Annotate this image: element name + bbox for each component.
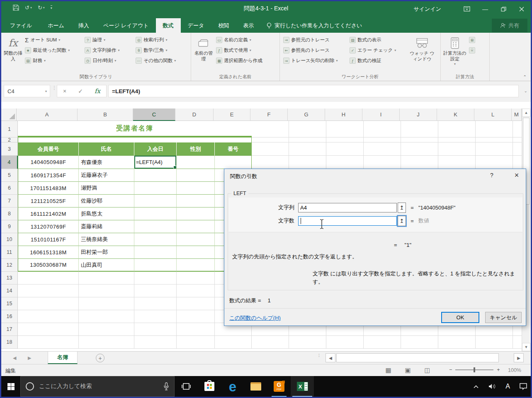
member-name-cell[interactable]: 瀬野満	[79, 182, 134, 195]
cell[interactable]	[401, 156, 438, 169]
member-name-cell[interactable]: 佐藤沙耶	[79, 195, 134, 207]
cell[interactable]	[438, 156, 476, 169]
restore-button[interactable]	[494, 1, 513, 17]
page-layout-view-button[interactable]: ▣	[404, 367, 411, 374]
scroll-right-button[interactable]: ▶	[514, 353, 524, 362]
row-header-6[interactable]: 6	[1, 182, 18, 195]
tell-me-box[interactable]: 実行したい作業を入力してください	[261, 18, 368, 33]
insert-function-button[interactable]: fx 関数の挿入	[3, 34, 23, 62]
cancel-entry-button[interactable]: ×	[63, 88, 66, 94]
scroll-down-button[interactable]: ▼	[522, 343, 530, 351]
row-header-7[interactable]: 7	[1, 195, 18, 207]
ok-button[interactable]: OK	[441, 312, 479, 323]
name-manager-button[interactable]: 名前の管理	[193, 34, 214, 62]
row-header-8[interactable]: 8	[1, 207, 18, 220]
cell[interactable]	[177, 246, 215, 259]
tab-review[interactable]: 校閲	[211, 18, 236, 33]
cell[interactable]	[134, 169, 177, 182]
cell[interactable]	[364, 336, 401, 349]
collapse-dialog-button[interactable]: ↥	[398, 216, 406, 226]
select-all-corner[interactable]	[1, 109, 17, 121]
cell[interactable]	[289, 121, 326, 137]
member-id-cell[interactable]: 1510101167F	[18, 233, 79, 246]
cell[interactable]	[364, 156, 401, 169]
cell[interactable]	[177, 220, 215, 233]
name-box[interactable]: C4 ▾	[4, 85, 50, 97]
sheet-nav-right[interactable]: ▶	[28, 355, 31, 361]
file-explorer-button[interactable]	[244, 376, 267, 397]
column-header-E[interactable]: E	[214, 109, 250, 121]
show-hidden-icons-button[interactable]	[473, 385, 479, 388]
cell[interactable]	[438, 121, 476, 137]
cell[interactable]	[476, 142, 513, 156]
cell[interactable]	[401, 336, 438, 349]
member-id-cell[interactable]: 1609171354F	[18, 169, 79, 182]
text-functions-button[interactable]: A文字列操作▾	[85, 46, 132, 55]
cell[interactable]	[177, 259, 215, 272]
define-name-button[interactable]: ▭名前の定義▾	[216, 36, 275, 44]
logical-button[interactable]: ?論理▾	[85, 36, 132, 44]
row-header-1[interactable]: 1	[1, 121, 18, 137]
row-header-2[interactable]: 2	[1, 137, 18, 142]
cell[interactable]	[177, 195, 215, 207]
member-name-cell[interactable]: 有森優奈	[79, 156, 134, 169]
column-header-I[interactable]: I	[362, 109, 400, 121]
cell[interactable]	[79, 297, 134, 310]
cell[interactable]	[252, 142, 289, 156]
cell[interactable]	[177, 310, 215, 323]
microphone-icon[interactable]	[163, 382, 169, 391]
cell[interactable]	[134, 233, 177, 246]
cell[interactable]	[401, 142, 438, 156]
member-name-cell[interactable]: 田村栄一郎	[79, 246, 134, 259]
horizontal-scroll-thumb[interactable]	[336, 353, 499, 362]
cancel-button[interactable]: キャンセル	[485, 312, 522, 323]
cell[interactable]	[289, 156, 326, 169]
member-id-cell[interactable]: 1312070769F	[18, 220, 79, 233]
trace-dependents-button[interactable]: ⇐参照先のトレース	[283, 46, 346, 55]
function-help-link[interactable]: この関数のヘルプ(H)	[229, 314, 281, 322]
normal-view-button[interactable]: ▦	[385, 367, 392, 374]
cell[interactable]	[177, 297, 215, 310]
recent-functions-button[interactable]: ★最近使った関数▾	[25, 46, 81, 55]
volume-button[interactable]	[488, 383, 496, 390]
row-header-11[interactable]: 11	[1, 246, 18, 259]
cell[interactable]	[79, 285, 134, 297]
tab-page-layout[interactable]: ページ レイアウト	[96, 18, 156, 33]
edge-button[interactable]: e	[221, 376, 244, 397]
cell[interactable]	[177, 323, 215, 336]
cell[interactable]	[79, 323, 134, 336]
cell[interactable]	[18, 285, 79, 297]
cell[interactable]	[134, 310, 177, 323]
task-view-button[interactable]	[175, 376, 198, 397]
cell[interactable]	[18, 336, 79, 349]
cell[interactable]	[476, 137, 513, 142]
cell[interactable]	[134, 246, 177, 259]
cell[interactable]	[326, 156, 364, 169]
cell[interactable]	[364, 137, 401, 142]
column-header-H[interactable]: H	[325, 109, 362, 121]
table-header-会員番号[interactable]: 会員番号	[18, 142, 79, 156]
cell[interactable]	[134, 285, 177, 297]
cell[interactable]	[177, 336, 215, 349]
row-header-14[interactable]: 14	[1, 285, 18, 297]
cell[interactable]	[289, 142, 326, 156]
zoom-level[interactable]: 100%	[508, 367, 521, 373]
cell[interactable]	[401, 121, 438, 137]
member-name-cell[interactable]: 斎藤莉緒	[79, 220, 134, 233]
row-header-10[interactable]: 10	[1, 233, 18, 246]
name-box-dropdown[interactable]: ▾	[42, 89, 50, 93]
tab-file[interactable]: ファイル	[1, 18, 41, 33]
tab-data[interactable]: データ	[181, 18, 211, 33]
autosum-button[interactable]: Σオート SUM▾	[25, 36, 81, 44]
column-header-J[interactable]: J	[400, 109, 437, 121]
column-header-D[interactable]: D	[175, 109, 214, 121]
column-header-M[interactable]: M	[512, 109, 522, 121]
horizontal-scrollbar[interactable]: ◀ ▶	[326, 353, 524, 362]
cell[interactable]	[79, 272, 134, 285]
cell[interactable]	[134, 182, 177, 195]
cell[interactable]	[252, 336, 289, 349]
row-header-17[interactable]: 17	[1, 323, 18, 336]
cell[interactable]	[326, 336, 364, 349]
cell[interactable]	[476, 336, 513, 349]
cell[interactable]	[326, 142, 364, 156]
